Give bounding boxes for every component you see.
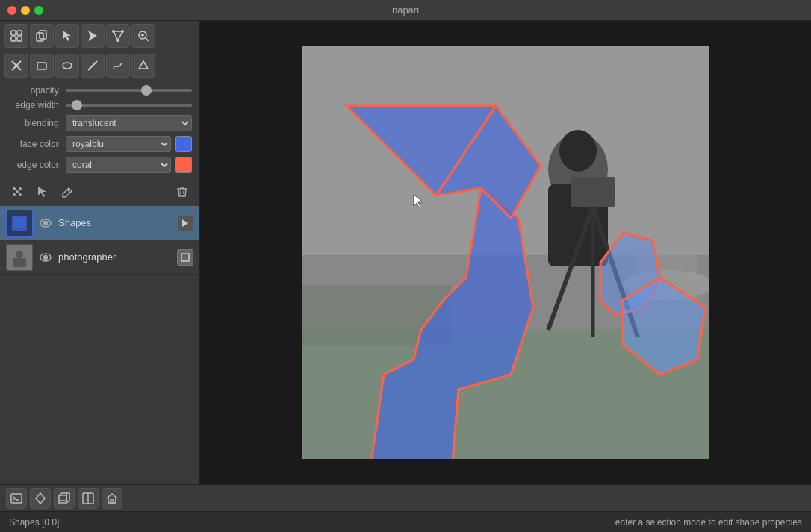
properties-section: opacity: edge width: blending: opaque tr… [0,81,199,178]
svg-marker-64 [36,493,45,504]
arrow-tool[interactable] [81,24,105,48]
main-layout: opacity: edge width: blending: opaque tr… [0,21,811,484]
blending-row: blending: opaque translucent additive [7,115,192,131]
titlebar: napari [0,0,811,21]
shapes-layer-name: Shapes [58,217,173,228]
svg-rect-0 [11,31,16,35]
shapes-thumbnail [6,210,33,237]
svg-point-11 [116,39,119,42]
svg-marker-7 [88,31,97,41]
edge-width-label: edge width: [7,100,61,110]
layers-list: Shapes [0,206,199,484]
svg-marker-56 [369,188,533,459]
shapes-visibility-toggle[interactable] [37,215,54,231]
ellipse-tool[interactable] [55,54,79,78]
photographer-thumbnail [6,244,33,271]
svg-rect-32 [14,218,25,228]
edge-width-row: edge width: [7,100,192,110]
svg-point-10 [121,30,124,33]
face-color-swatch[interactable] [175,136,192,152]
edge-color-swatch[interactable] [175,157,192,173]
path-tool[interactable] [106,54,130,78]
svg-point-25 [19,193,22,196]
zoom-tool[interactable] [131,24,155,48]
photographer-visibility-toggle[interactable] [37,249,54,266]
minimize-button[interactable] [21,6,30,15]
grid-tool[interactable] [4,24,28,48]
opacity-label: opacity: [7,85,61,96]
arrow2-tool[interactable] [106,24,130,48]
close-shapes-tool[interactable] [4,54,28,78]
edge-color-label: edge color: [7,160,61,170]
svg-point-40 [44,255,48,259]
status-right: enter a selection mode to edit shape pro… [615,517,802,528]
toolbar-row-1 [0,21,199,51]
svg-marker-60 [623,278,705,375]
left-panel: opacity: edge width: blending: opaque tr… [0,21,200,484]
home-button[interactable] [102,488,122,509]
svg-point-22 [13,187,16,190]
photographer-mode-button[interactable] [177,249,193,266]
svg-line-13 [146,38,149,41]
maximize-button[interactable] [34,6,43,15]
edit-mode-button[interactable] [57,181,79,203]
svg-point-38 [16,251,23,258]
app-title: napari [392,4,419,16]
layer-actions [0,178,199,206]
svg-rect-1 [17,31,22,35]
bottom-toolbar [0,484,811,511]
photographer-layer-name: photographer [58,251,173,263]
svg-marker-21 [139,61,148,69]
face-color-select[interactable]: royalblu coral [66,136,171,152]
plugin-button[interactable] [30,488,51,509]
split-view-button[interactable] [78,488,99,509]
svg-point-19 [63,63,72,69]
svg-marker-27 [38,187,46,197]
polygon-tool[interactable] [131,54,155,78]
copy-tool[interactable] [30,24,54,48]
rect-tool[interactable] [30,54,54,78]
svg-rect-65 [59,495,66,503]
shapes-mode-button[interactable] [177,215,193,231]
status-left: Shapes [0 0] [9,517,59,528]
close-button[interactable] [7,6,16,15]
svg-rect-18 [37,63,46,69]
shapes-layer-item[interactable]: Shapes [0,206,199,240]
svg-marker-6 [63,31,71,41]
face-color-label: face color: [7,139,61,149]
svg-line-20 [88,61,97,70]
select-tool[interactable] [55,24,79,48]
shapes-overlay [302,46,709,459]
status-bar: Shapes [0 0] enter a selection mode to e… [0,511,811,532]
3d-view-button[interactable] [54,488,75,509]
edge-color-select[interactable]: royalblu coral [66,157,171,173]
opacity-row: opacity: [7,85,192,96]
select-mode-button[interactable] [31,181,54,203]
traffic-lights [7,6,43,15]
terminal-button[interactable] [6,488,27,509]
opacity-slider[interactable] [66,89,192,92]
svg-point-24 [13,193,16,196]
svg-point-23 [19,187,22,190]
svg-rect-3 [17,37,22,41]
svg-rect-37 [13,258,26,267]
svg-marker-35 [182,219,188,227]
edge-color-row: edge color: royalblu coral [7,157,192,173]
canvas-area[interactable] [200,21,811,484]
svg-point-26 [16,190,19,193]
edge-width-slider[interactable] [66,104,192,107]
svg-point-34 [44,221,48,225]
line-tool[interactable] [81,54,105,78]
svg-rect-41 [181,254,189,261]
blending-label: blending: [7,118,61,128]
face-color-row: face color: royalblu coral [7,136,192,152]
toolbar-row-2 [0,51,199,81]
svg-rect-2 [11,37,16,41]
delete-layer-button[interactable] [171,181,193,203]
blending-select[interactable]: opaque translucent additive [66,115,192,131]
photographer-layer-item[interactable]: photographer [0,240,199,275]
svg-line-28 [67,190,70,193]
add-points-button[interactable] [6,181,28,203]
svg-point-9 [112,30,115,33]
svg-rect-70 [111,500,114,503]
